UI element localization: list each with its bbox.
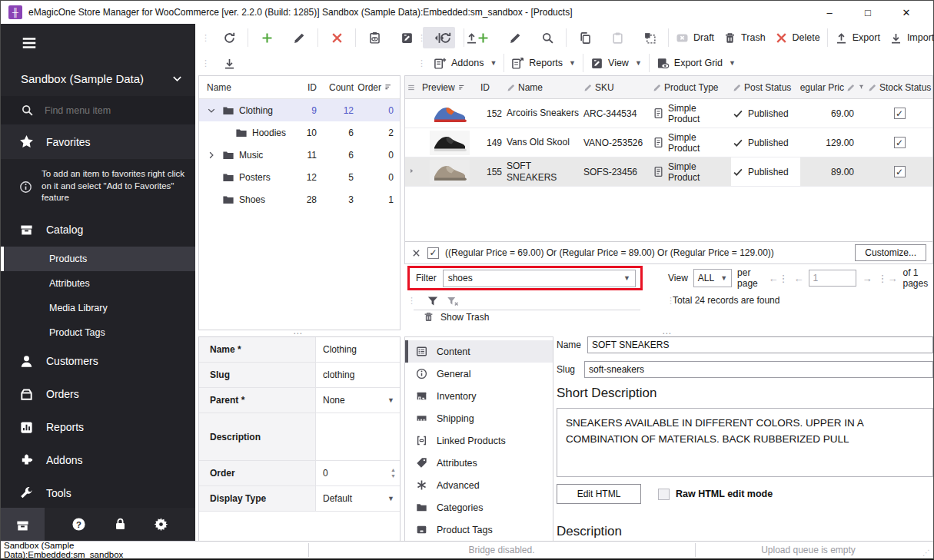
col-stock-status[interactable]: Stock Status [866,82,932,93]
product-row[interactable]: 155SOFT SNEAKERSSOFS-23456Simple Product… [405,157,932,187]
clear-filter-icon[interactable] [411,248,421,258]
stock-status-checkbox[interactable]: ✓ [894,108,906,119]
sidebar-item-media-library[interactable]: Media Library [1,296,195,320]
edit-html-button[interactable]: Edit HTML [557,484,641,504]
col-sku[interactable]: SKU [582,82,651,93]
next-page-button[interactable]: → [862,273,872,284]
col-regular-pric[interactable]: Regular Pric [800,82,866,93]
toolbar-import-button[interactable]: Import [885,27,934,48]
drag-handle[interactable]: ⋮ [417,33,426,43]
tab-attributes[interactable]: Attributes [405,452,553,474]
toolbar-add-button[interactable] [467,27,499,48]
col-product-type[interactable]: Product Type [651,82,731,93]
filter-dropdown[interactable]: shoes ▼ [443,270,636,287]
short-description-editor[interactable]: SNEAKERS AVAILABLE IN DIFFERENT COLORS. … [557,408,933,477]
bottom-help-button[interactable]: ? [71,517,86,534]
sidebar-item-customers[interactable]: Customers [1,345,195,378]
apply-filter-icon[interactable] [427,295,439,307]
close-button[interactable]: ✕ [887,2,926,23]
tab-advanced[interactable]: Advanced [405,474,553,496]
sidebar-item-tools[interactable]: Tools [1,477,195,510]
toolbar-copy-button[interactable] [569,27,601,48]
toolbar-refresh-button[interactable] [213,27,245,48]
product-name-input[interactable] [587,336,933,353]
drag-handle[interactable]: ⋮ [407,296,416,306]
first-page-button[interactable]: ←⋮ [768,273,788,284]
raw-html-checkbox[interactable] [658,489,670,500]
col-id[interactable]: ID [286,82,317,93]
toolbar-addons-button[interactable]: Addons▼ [429,52,501,74]
toolbar-export-grid-button[interactable]: Export Grid▼ [652,52,740,74]
tab-linked-products[interactable]: Linked Products [405,429,553,452]
page-number-input[interactable] [809,270,856,287]
form-value-field[interactable]: Default▼ [316,486,400,511]
col-preview[interactable]: Preview [420,82,479,93]
toolbar-edit-button[interactable] [499,27,531,48]
minimize-button[interactable]: – [810,2,849,23]
drag-handle[interactable]: ⋮ [417,58,426,68]
stock-status-checkbox[interactable]: ✓ [894,166,906,177]
filter-enabled-checkbox[interactable]: ✓ [427,247,439,259]
toolbar-trash-button[interactable]: Trash [719,27,770,48]
sidebar-item-attributes[interactable]: Attributes [1,271,195,296]
toolbar-draft-button[interactable]: Draft [671,27,719,48]
toolbar-select-special-button[interactable] [633,27,666,48]
col-id[interactable]: ID [479,82,505,93]
sidebar-item-favorites[interactable]: Favorites [1,124,195,159]
form-value-field[interactable]: Clothing [316,337,400,362]
form-value-field[interactable]: None▼ [316,388,400,413]
form-value-field[interactable] [316,413,400,460]
col-post-status[interactable]: Post Status [731,82,800,93]
product-slug-input[interactable] [584,361,933,378]
stock-status-checkbox[interactable]: ✓ [894,137,906,148]
form-value-field[interactable]: clothing [316,363,400,387]
bottom-lock-button[interactable] [113,517,128,534]
toolbar-download-button[interactable] [213,52,245,74]
col-name[interactable]: Name [505,82,582,93]
customize-button[interactable]: Customize... [855,244,926,261]
tab-product-tags[interactable]: Product Tags [405,519,553,541]
product-row[interactable]: 152Arcoiris SneakersARC-344534Simple Pro… [405,99,932,128]
drag-handle[interactable]: ⋮ [201,33,210,43]
bottom-tab-store[interactable] [1,508,45,543]
toolbar-search-button[interactable] [531,27,563,48]
maximize-button[interactable]: □ [849,2,887,23]
tab-content[interactable]: Content [405,340,553,363]
menu-search-input[interactable] [43,104,177,117]
prev-page-button[interactable]: ← [793,273,803,284]
col-name[interactable]: Name [207,82,286,93]
toolbar-edit-button[interactable] [283,27,315,48]
bottom-settings-button[interactable] [154,517,168,534]
product-row[interactable]: 149Vans Old SkoolVANO-253526Simple Produ… [405,128,932,157]
toolbar-delete-button[interactable]: Delete [770,27,825,48]
category-tree-row[interactable]: Music1160 [199,144,400,166]
toolbar-paste-button[interactable] [601,27,633,48]
category-tree-row[interactable]: Hoodies1062 [199,121,400,144]
resize-grip[interactable]: ⋰ [922,548,931,557]
category-tree-row[interactable]: Shoes2831 [199,188,400,210]
clear-filter-funnel-icon[interactable] [447,295,459,307]
col-count[interactable]: Count [317,82,354,93]
sidebar-item-reports[interactable]: Reports [1,411,195,444]
store-selector[interactable]: Sandbox (Sample Data) [1,61,195,96]
spinner-control[interactable]: ▲▼ [391,467,396,479]
drag-handle[interactable]: ⋮ [201,58,210,68]
category-tree-row[interactable]: Posters1250 [199,166,400,188]
tab-shipping[interactable]: Shipping [405,407,553,429]
sidebar-item-catalog[interactable]: Catalog [1,214,195,247]
per-page-dropdown[interactable]: ALL ▼ [693,269,732,287]
sidebar-item-products[interactable]: Products [1,247,195,271]
toolbar-preview-clipboard-button[interactable] [358,27,391,48]
hamburger-menu-icon[interactable] [21,35,38,51]
toolbar-view-button[interactable]: View▼ [586,52,646,74]
show-trash[interactable]: Show Trash [423,311,489,323]
sidebar-item-addons[interactable]: Addons [1,444,195,477]
chevron-down-icon[interactable] [207,106,218,115]
sidebar-item-product-tags[interactable]: Product Tags [1,320,195,345]
category-tree-row[interactable]: Clothing9120 [199,99,400,121]
toolbar-delete-x-button[interactable] [321,27,353,48]
toolbar-reports-button[interactable]: Reports▼ [507,52,580,74]
toolbar-add-button[interactable] [251,27,283,48]
tab-inventory[interactable]: Inventory [405,385,553,407]
toolbar-refresh-button[interactable] [429,27,461,48]
